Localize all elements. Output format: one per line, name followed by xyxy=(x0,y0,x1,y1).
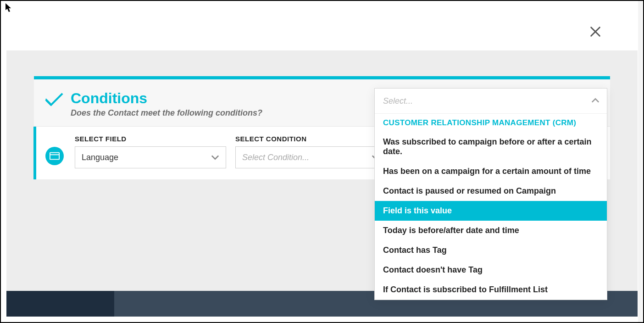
dropdown-item[interactable]: Has been on a campaign for a certain amo… xyxy=(375,162,607,181)
select-field-group: SELECT FIELD Language xyxy=(75,135,226,168)
panel-title: Conditions xyxy=(71,90,262,106)
scrollbar-track[interactable] xyxy=(638,1,642,322)
dropdown-item[interactable]: Today is before/after date and time xyxy=(375,221,607,240)
select-condition-group: SELECT CONDITION Select Condition... xyxy=(235,135,387,168)
select-field-label: SELECT FIELD xyxy=(75,135,226,143)
svg-rect-0 xyxy=(50,152,59,159)
close-icon[interactable] xyxy=(589,24,602,42)
dropdown-search-input[interactable] xyxy=(375,89,607,113)
chevron-down-icon xyxy=(211,155,219,160)
select-condition-placeholder: Select Condition... xyxy=(242,153,309,162)
dropdown-item[interactable]: Field is this value xyxy=(375,201,607,221)
dropdown-item[interactable]: If Contact is subscribed to Fulfillment … xyxy=(375,280,607,300)
dropdown-group-header: CUSTOMER RELATIONSHIP MANAGEMENT (CRM) xyxy=(375,113,607,132)
dropdown-item[interactable]: Was subscribed to campaign before or aft… xyxy=(375,132,607,162)
dropdown-item[interactable]: Contact is paused or resumed on Campaign xyxy=(375,181,607,201)
footer-bar-accent xyxy=(6,291,114,317)
dropdown-item[interactable]: Contact doesn't have Tag xyxy=(375,260,607,280)
select-field-dropdown[interactable]: Language xyxy=(75,146,226,168)
select-condition-dropdown[interactable]: Select Condition... xyxy=(235,146,387,168)
mouse-cursor xyxy=(6,3,13,14)
chevron-up-icon[interactable] xyxy=(591,98,600,103)
panel-subtitle: Does the Contact meet the following cond… xyxy=(71,108,262,118)
dropdown-item[interactable]: Contact has Tag xyxy=(375,240,607,260)
condition-dropdown-menu: CUSTOMER RELATIONSHIP MANAGEMENT (CRM) W… xyxy=(374,88,607,300)
field-type-icon xyxy=(45,147,64,165)
select-condition-label: SELECT CONDITION xyxy=(235,135,387,143)
check-icon xyxy=(45,91,63,108)
select-field-value: Language xyxy=(82,153,118,162)
